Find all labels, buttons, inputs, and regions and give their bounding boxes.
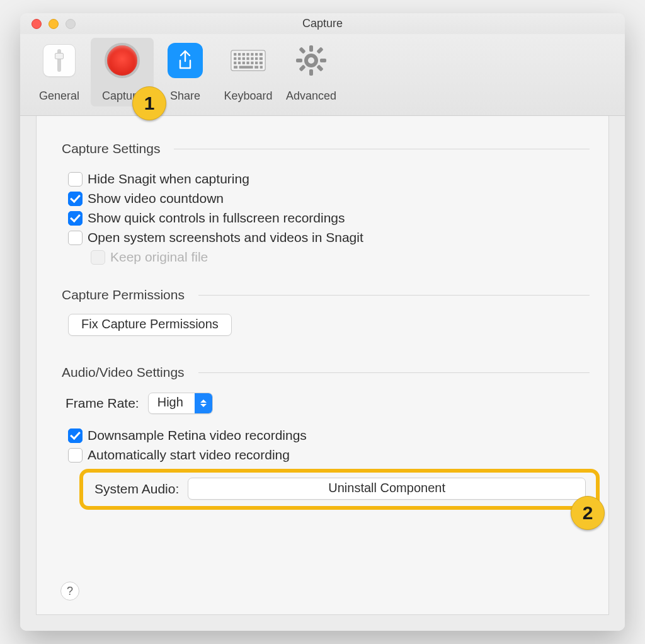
- option-open-system-screens-label: Open system screenshots and videos in Sn…: [88, 230, 363, 245]
- svg-rect-7: [260, 53, 263, 55]
- frame-rate-value: High: [149, 393, 195, 413]
- checkbox-auto-start-recording[interactable]: [68, 448, 83, 463]
- svg-rect-17: [243, 62, 245, 64]
- option-auto-start-recording[interactable]: Automatically start video recording: [68, 447, 595, 463]
- svg-rect-8: [234, 57, 236, 60]
- svg-rect-18: [246, 62, 249, 64]
- divider: [174, 149, 590, 149]
- callout-badge-1: 1: [132, 86, 166, 120]
- svg-rect-32: [316, 47, 323, 54]
- capture-settings-panel: Capture Settings Hide Snagit when captur…: [36, 116, 609, 615]
- svg-rect-30: [299, 47, 305, 54]
- option-downsample-retina-label: Downsample Retina video recordings: [88, 428, 307, 443]
- tab-general-label: General: [39, 89, 79, 103]
- record-icon: [105, 43, 140, 78]
- uninstall-component-button[interactable]: Uninstall Component: [188, 478, 586, 500]
- section-capture-settings: Capture Settings: [62, 141, 595, 156]
- divider: [198, 372, 590, 373]
- callout-badge-2-text: 2: [583, 502, 593, 524]
- checkbox-hide-snagit[interactable]: [68, 172, 83, 187]
- checkbox-open-system-screens[interactable]: [68, 231, 83, 245]
- svg-rect-29: [320, 59, 326, 62]
- callout-badge-2: 2: [571, 496, 605, 530]
- system-audio-label: System Audio:: [94, 481, 179, 497]
- svg-rect-14: [260, 57, 263, 60]
- section-av-settings: Audio/Video Settings: [62, 365, 595, 380]
- svg-rect-33: [299, 64, 305, 71]
- svg-rect-13: [255, 57, 258, 60]
- svg-rect-3: [243, 53, 245, 55]
- fix-capture-permissions-button[interactable]: Fix Capture Permissions: [68, 314, 232, 336]
- titlebar: Capture: [20, 13, 625, 34]
- checkbox-downsample-retina[interactable]: [68, 428, 83, 443]
- option-show-countdown-label: Show video countdown: [88, 191, 224, 206]
- chevron-updown-icon: [195, 393, 212, 413]
- system-audio-highlight: System Audio: Uninstall Component 2: [79, 469, 600, 510]
- tab-advanced-label: Advanced: [286, 89, 336, 103]
- option-keep-original-label: Keep original file: [110, 250, 208, 265]
- checkbox-show-quick-controls[interactable]: [68, 211, 83, 226]
- svg-rect-26: [309, 45, 313, 52]
- option-show-countdown[interactable]: Show video countdown: [68, 191, 595, 206]
- tab-share-label: Share: [170, 89, 200, 103]
- svg-rect-31: [316, 64, 323, 71]
- section-capture-permissions: Capture Permissions: [62, 287, 595, 302]
- keyboard-icon: [231, 43, 266, 78]
- svg-rect-20: [255, 62, 258, 64]
- svg-rect-11: [246, 57, 249, 60]
- divider: [198, 295, 590, 296]
- svg-rect-22: [234, 66, 237, 68]
- option-downsample-retina[interactable]: Downsample Retina video recordings: [68, 428, 595, 443]
- preferences-toolbar: General Capture 1 Share: [20, 34, 625, 116]
- svg-rect-2: [238, 53, 241, 55]
- svg-rect-1: [234, 53, 236, 55]
- tab-general[interactable]: General: [28, 38, 91, 106]
- option-keep-original: Keep original file: [91, 250, 595, 265]
- svg-rect-9: [238, 57, 241, 60]
- help-button[interactable]: ?: [60, 582, 79, 601]
- svg-rect-25: [260, 66, 263, 68]
- svg-rect-16: [238, 62, 241, 64]
- tab-advanced[interactable]: Advanced: [280, 38, 343, 106]
- option-auto-start-recording-label: Automatically start video recording: [88, 447, 290, 463]
- svg-rect-5: [251, 53, 253, 55]
- svg-rect-24: [254, 66, 258, 68]
- window-title: Capture: [20, 17, 625, 30]
- tab-keyboard[interactable]: Keyboard: [217, 38, 280, 106]
- checkbox-keep-original: [91, 250, 105, 265]
- svg-rect-21: [260, 62, 263, 64]
- preferences-content: Capture Settings Hide Snagit when captur…: [20, 116, 625, 631]
- option-show-quick-controls[interactable]: Show quick controls in fullscreen record…: [68, 210, 595, 226]
- preferences-slider-icon: [43, 44, 76, 77]
- option-open-system-screens[interactable]: Open system screenshots and videos in Sn…: [68, 230, 595, 245]
- option-hide-snagit-label: Hide Snagit when capturing: [88, 171, 249, 187]
- svg-rect-19: [251, 62, 253, 64]
- callout-badge-1-text: 1: [144, 93, 155, 114]
- option-show-quick-controls-label: Show quick controls in fullscreen record…: [88, 210, 345, 226]
- help-icon: ?: [67, 585, 73, 598]
- svg-rect-10: [243, 57, 245, 60]
- svg-rect-28: [296, 59, 302, 62]
- svg-rect-4: [246, 53, 249, 55]
- section-capture-settings-label: Capture Settings: [62, 141, 160, 156]
- svg-rect-6: [255, 53, 258, 55]
- frame-rate-label: Frame Rate:: [66, 396, 139, 411]
- tab-keyboard-label: Keyboard: [224, 89, 272, 103]
- section-capture-permissions-label: Capture Permissions: [62, 287, 185, 302]
- capture-settings-options: Hide Snagit when capturing Show video co…: [68, 171, 595, 265]
- tab-capture[interactable]: Capture 1: [91, 38, 154, 106]
- svg-rect-12: [251, 57, 253, 60]
- svg-rect-23: [239, 66, 253, 68]
- section-av-settings-label: Audio/Video Settings: [62, 365, 185, 380]
- gear-icon: [294, 43, 329, 78]
- share-icon: [168, 43, 203, 78]
- svg-rect-27: [309, 69, 313, 76]
- option-hide-snagit[interactable]: Hide Snagit when capturing: [68, 171, 595, 187]
- checkbox-show-countdown[interactable]: [68, 192, 83, 206]
- svg-rect-15: [234, 62, 236, 64]
- frame-rate-select[interactable]: High: [148, 393, 213, 414]
- preferences-window: Capture General Capture 1: [20, 13, 625, 631]
